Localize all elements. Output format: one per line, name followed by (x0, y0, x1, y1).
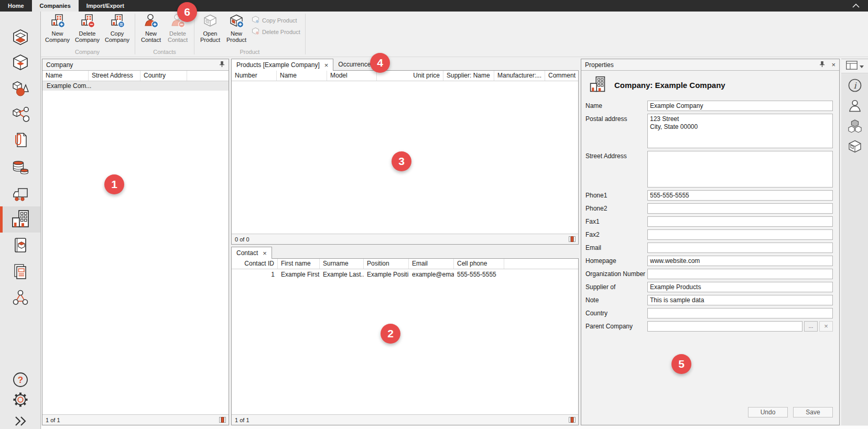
field-row-phone2: Phone2 (585, 203, 833, 214)
new-company-button[interactable]: New Company (42, 12, 72, 43)
parent-company-clear-button[interactable]: × (819, 321, 833, 332)
company-grid-header: Name Street Address Country (42, 71, 229, 81)
new-contact-button[interactable]: New Contact (138, 12, 164, 43)
copy-product-button[interactable]: Copy Product (252, 16, 300, 25)
grid-view-icon[interactable] (569, 416, 576, 424)
country-label: Country (585, 308, 647, 318)
open-product-button[interactable]: Open Product (197, 12, 223, 43)
note-field[interactable] (647, 295, 833, 305)
sidebar-item-product-catalog[interactable] (0, 234, 40, 258)
company-grid-body[interactable] (42, 91, 229, 414)
column-header-unit-price[interactable]: Unit price (377, 71, 443, 81)
grid-view-icon[interactable] (219, 416, 226, 424)
contact-status-bar: 1 of 1 (232, 414, 578, 425)
column-header-supplier-name[interactable]: Supplier: Name (443, 71, 494, 81)
sidebar-item-reports[interactable] (0, 260, 40, 284)
homepage-label: Homepage (585, 256, 647, 266)
sidebar-item-coins[interactable] (0, 156, 40, 180)
column-header-number[interactable]: Number (232, 71, 277, 81)
column-header-surname[interactable]: Surname (320, 259, 364, 269)
package-panel-button[interactable] (848, 139, 862, 156)
grid-view-icon[interactable] (569, 236, 576, 244)
contact-row[interactable]: 1 Example First... Example Last... Examp… (232, 269, 578, 279)
sidebar-item-relations[interactable] (0, 286, 40, 310)
delete-product-button[interactable]: Delete Product (252, 27, 300, 36)
tab-import-export[interactable]: Import/Export (79, 0, 132, 12)
annotation-badge-5: 5 (671, 354, 691, 374)
collapse-ribbon-button[interactable] (844, 0, 868, 12)
layout-selector[interactable] (841, 59, 868, 73)
close-icon[interactable]: × (831, 61, 836, 68)
tab-home[interactable]: Home (0, 0, 32, 12)
ribbon-group-contacts-label: Contacts (138, 49, 191, 57)
close-icon[interactable]: × (324, 62, 329, 69)
homepage-field[interactable] (647, 256, 833, 266)
street-address-field[interactable] (647, 151, 833, 188)
undo-button[interactable]: Undo (748, 407, 788, 417)
contacts-panel-button[interactable] (848, 98, 862, 115)
column-header-country[interactable]: Country (140, 71, 187, 81)
parent-company-field[interactable] (647, 321, 802, 332)
save-button[interactable]: Save (793, 407, 833, 417)
tab-products-example-company[interactable]: Products [Example Company] × (231, 59, 333, 71)
company-list-panel: Company Name Street Address Country Exam… (42, 59, 229, 425)
country-field[interactable] (647, 308, 833, 318)
sidebar-item-companies[interactable] (0, 206, 40, 233)
pin-icon[interactable] (219, 61, 225, 69)
field-row-supplier-of: Supplier of (585, 282, 833, 292)
column-header-name[interactable]: Name (42, 71, 89, 81)
tab-contact[interactable]: Contact × (231, 247, 272, 259)
column-header-street-address[interactable]: Street Address (89, 71, 140, 81)
close-icon[interactable]: × (263, 250, 267, 257)
name-field[interactable] (647, 101, 833, 111)
supplier-of-field[interactable] (647, 282, 833, 292)
column-header-model[interactable]: Model (327, 71, 377, 81)
sidebar-item-open-box[interactable] (0, 26, 40, 50)
column-header-manufacturer[interactable]: Manufacturer:... (494, 71, 545, 81)
postal-address-field[interactable]: 123 Street City, State 00000 (647, 114, 833, 148)
pin-icon[interactable] (819, 61, 825, 69)
window-tab-bar: Home Companies Import/Export (0, 0, 868, 12)
left-navigation-sidebar: ? (0, 12, 41, 429)
delete-company-button[interactable]: Delete Company (72, 12, 102, 43)
phone2-field[interactable] (647, 203, 833, 214)
sidebar-item-settings[interactable] (0, 388, 40, 412)
copy-company-button[interactable]: Copy Company (102, 12, 132, 43)
products-panel-button[interactable] (848, 119, 862, 135)
info-panel-button[interactable]: i (848, 78, 862, 94)
column-header-contact-id[interactable]: Contact ID (232, 259, 278, 269)
sidebar-item-delivery-truck[interactable] (0, 183, 40, 207)
field-row-parent-company: Parent Company ... × (585, 321, 833, 332)
properties-footer: Undo Save (748, 407, 833, 417)
contact-grid-body[interactable] (232, 279, 578, 414)
annotation-badge-1: 1 (104, 174, 124, 194)
column-header-cell-phone[interactable]: Cell phone (454, 259, 504, 269)
sidebar-item-linked-box[interactable] (0, 103, 40, 127)
sidebar-item-attachment[interactable] (0, 128, 40, 152)
sidebar-item-closed-box[interactable] (0, 51, 40, 75)
organization-number-field[interactable] (647, 269, 833, 279)
properties-titlebar: Properties × (581, 59, 839, 71)
info-icon: i (848, 87, 862, 94)
sidebar-item-expand[interactable] (0, 410, 40, 429)
tab-companies[interactable]: Companies (32, 0, 79, 12)
column-header-comment[interactable]: Comment (545, 71, 578, 81)
fax2-field[interactable] (647, 229, 833, 240)
email-field[interactable] (647, 243, 833, 253)
fax2-label: Fax2 (585, 229, 647, 240)
fax1-field[interactable] (647, 216, 833, 227)
middle-document-area: Products [Example Company] × Occurrences… (231, 59, 579, 425)
sidebar-item-shapes[interactable] (0, 77, 40, 101)
parent-company-browse-button[interactable]: ... (804, 321, 818, 332)
phone1-field[interactable] (647, 190, 833, 201)
column-header-first-name[interactable]: First name (278, 259, 320, 269)
new-product-button[interactable]: New Product (223, 12, 249, 43)
layout-icon (846, 61, 858, 71)
column-header-email[interactable]: Email (409, 259, 454, 269)
open-product-label: Open Product (197, 30, 223, 43)
column-header-name[interactable]: Name (277, 71, 327, 81)
company-row-selected[interactable]: Example Com... (42, 81, 229, 91)
column-header-position[interactable]: Position (364, 259, 409, 269)
delete-product-label: Delete Product (262, 29, 300, 35)
company-row-count: 1 of 1 (46, 417, 60, 423)
